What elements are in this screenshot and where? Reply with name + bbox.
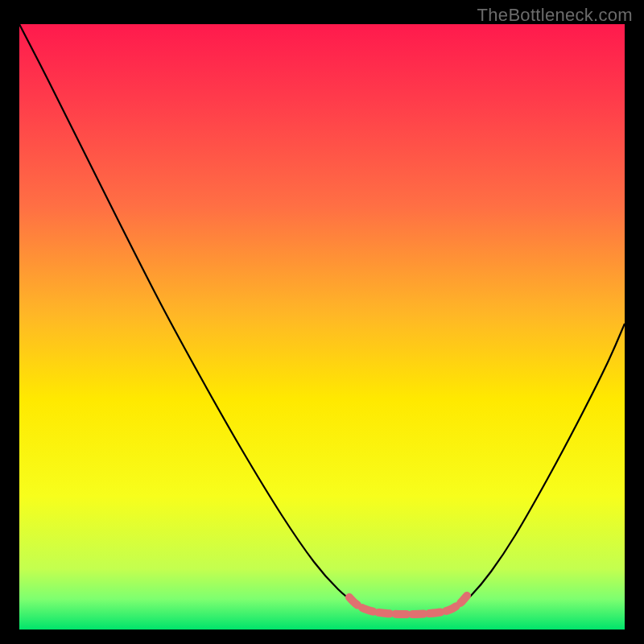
chart-container: TheBottleneck.com xyxy=(0,0,644,644)
chart-svg xyxy=(0,0,644,644)
watermark-text: TheBottleneck.com xyxy=(477,5,633,26)
chart-background-gradient xyxy=(19,24,625,630)
